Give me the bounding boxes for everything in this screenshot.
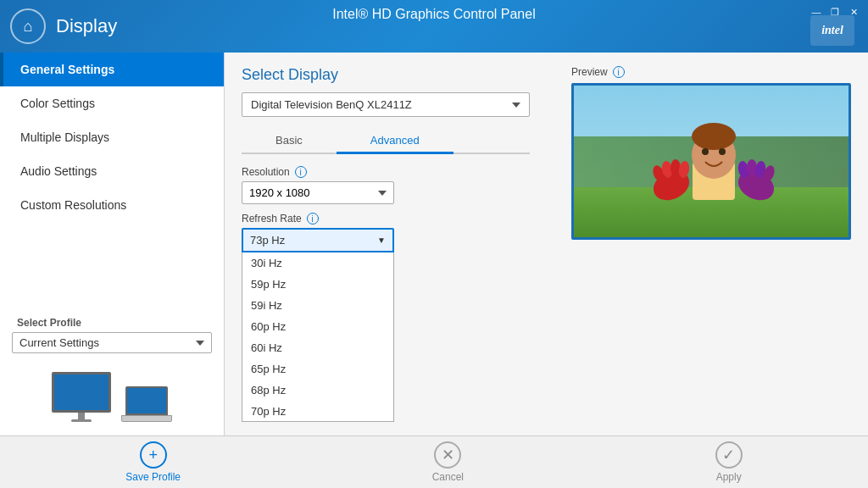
apply-icon: ✓ [715,441,743,469]
refresh-rate-chevron: ▼ [377,236,386,245]
intel-logo-text: intel [821,24,843,37]
dropdown-item[interactable]: 60p Hz [242,316,393,337]
svg-point-6 [702,148,709,155]
sidebar-item-label: Audio Settings [20,164,97,178]
monitor-screen [52,372,111,413]
tab-basic[interactable]: Basic [242,129,337,154]
display-select[interactable]: Digital Television BenQ XL2411Z [242,92,530,117]
svg-point-7 [719,148,726,155]
dropdown-item[interactable]: 65p Hz [242,358,393,380]
preview-label: Preview i [571,66,851,78]
svg-point-15 [747,159,757,176]
sidebar-item-general-settings[interactable]: General Settings [0,53,224,86]
tabs-row: Basic Advanced [242,129,530,154]
refresh-rate-value: 73p Hz [250,234,285,247]
content-area: Select Display Digital Television BenQ X… [225,53,868,435]
apply-button[interactable]: ✓ Apply [690,438,768,486]
refresh-rate-trigger[interactable]: 73p Hz ▼ [242,228,394,252]
refresh-rate-dropdown-list: 30i Hz 59p Hz 59i Hz 60p Hz 60i Hz 65p H… [242,252,394,422]
cancel-button[interactable]: ✕ Cancel [407,438,489,486]
refresh-rate-info-icon[interactable]: i [307,213,319,225]
resolution-info-icon[interactable]: i [295,166,307,178]
sidebar-devices [0,363,224,427]
laptop-icon [121,386,172,422]
dropdown-item[interactable]: 68p Hz [242,380,393,401]
preview-image [571,83,851,240]
refresh-rate-wrap: 73p Hz ▼ 30i Hz 59p Hz 59i Hz 60p Hz 60i… [242,228,394,252]
preview-info-icon[interactable]: i [613,66,625,78]
sidebar-item-label: General Settings [20,63,114,76]
sidebar-item-custom-resolutions[interactable]: Custom Resolutions [0,188,224,222]
app-title: Intel® HD Graphics Control Panel [0,7,868,22]
sidebar-item-audio-settings[interactable]: Audio Settings [0,154,224,188]
monitor-icon [52,372,111,422]
main-container: General Settings Color Settings Multiple… [0,53,868,435]
cancel-label: Cancel [432,471,464,483]
cancel-icon: ✕ [434,441,461,469]
preview-section: Preview i [571,66,851,240]
sidebar: General Settings Color Settings Multiple… [0,53,225,435]
tab-advanced[interactable]: Advanced [337,129,453,154]
laptop-screen [125,386,168,415]
resolution-select[interactable]: 1920 x 1080 1366 x 768 1280 x 1024 1024 … [242,181,394,204]
svg-point-5 [692,123,736,150]
intel-logo: intel [810,15,854,46]
dropdown-item[interactable]: 30i Hz [242,252,393,274]
title-bar: Intel® HD Graphics Control Panel — ❐ ✕ ⌂… [0,0,868,53]
sidebar-item-label: Color Settings [20,97,95,110]
svg-point-11 [670,159,681,176]
sidebar-item-multiple-displays[interactable]: Multiple Displays [0,120,224,154]
sidebar-item-color-settings[interactable]: Color Settings [0,86,224,120]
dropdown-item[interactable]: 70p Hz [242,401,393,422]
apply-label: Apply [716,471,742,483]
profile-label: Select Profile [0,310,224,332]
save-profile-label: Save Profile [125,471,181,483]
dropdown-item[interactable]: 59i Hz [242,295,393,316]
save-profile-button[interactable]: + Save Profile [100,438,206,486]
laptop-body [121,415,172,422]
monitor-stand [78,413,85,419]
dropdown-item[interactable]: 60i Hz [242,337,393,358]
monitor-base [71,419,92,422]
save-profile-icon: + [140,441,167,469]
dropdown-item[interactable]: 59p Hz [242,274,393,295]
bottom-bar: + Save Profile ✕ Cancel ✓ Apply [0,435,868,488]
sidebar-item-label: Custom Resolutions [20,198,126,212]
sidebar-item-label: Multiple Displays [20,130,109,144]
profile-select[interactable]: Current Settings [12,332,212,353]
